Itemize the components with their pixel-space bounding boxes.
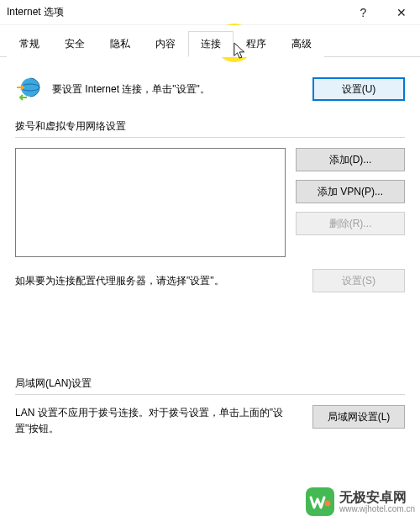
globe-icon bbox=[15, 76, 42, 103]
tab-security[interactable]: 安全 bbox=[52, 31, 97, 57]
dial-section-title: 拨号和虚拟专用网络设置 bbox=[15, 119, 405, 134]
proxy-instruction: 如果要为连接配置代理服务器，请选择"设置"。 bbox=[15, 274, 302, 288]
help-button[interactable]: ? bbox=[344, 0, 382, 25]
watermark-title: 无极安卓网 bbox=[339, 490, 415, 505]
setup-row: 要设置 Internet 连接，单击"设置"。 设置(U) bbox=[15, 76, 405, 103]
lan-section: 局域网(LAN)设置 LAN 设置不应用于拨号连接。对于拨号设置，单击上面的"设… bbox=[15, 376, 405, 437]
watermark: 无极安卓网 www.wjhotel.com.cn bbox=[306, 487, 415, 516]
svg-rect-2 bbox=[306, 487, 334, 516]
lan-description: LAN 设置不应用于拨号连接。对于拨号设置，单击上面的"设置"按钮。 bbox=[15, 405, 302, 437]
setup-instruction: 要设置 Internet 连接，单击"设置"。 bbox=[52, 82, 302, 97]
svg-point-3 bbox=[324, 501, 330, 507]
lan-settings-button[interactable]: 局域网设置(L) bbox=[312, 405, 405, 429]
dial-row: 添加(D)... 添加 VPN(P)... 删除(R)... bbox=[15, 148, 405, 257]
add-vpn-button[interactable]: 添加 VPN(P)... bbox=[296, 180, 405, 203]
tab-general[interactable]: 常规 bbox=[7, 31, 52, 57]
connections-listbox[interactable] bbox=[15, 148, 286, 257]
watermark-url: www.wjhotel.com.cn bbox=[339, 504, 415, 513]
title-bar: Internet 选项 ? ✕ bbox=[0, 0, 420, 25]
tab-connections[interactable]: 连接 bbox=[188, 31, 234, 57]
remove-button: 删除(R)... bbox=[296, 212, 405, 235]
lan-section-title: 局域网(LAN)设置 bbox=[15, 376, 405, 391]
tab-advanced[interactable]: 高级 bbox=[279, 31, 324, 57]
tab-bar: 常规 安全 隐私 内容 连接 程序 高级 bbox=[0, 25, 420, 57]
proxy-row: 如果要为连接配置代理服务器，请选择"设置"。 设置(S) bbox=[15, 269, 405, 292]
divider bbox=[15, 137, 405, 138]
divider-lan bbox=[15, 394, 405, 395]
window-title: Internet 选项 bbox=[7, 5, 344, 19]
content-area: 要设置 Internet 连接，单击"设置"。 设置(U) 拨号和虚拟专用网络设… bbox=[0, 57, 420, 447]
close-button[interactable]: ✕ bbox=[382, 0, 420, 25]
watermark-logo-icon bbox=[306, 487, 334, 516]
tab-programs[interactable]: 程序 bbox=[234, 31, 279, 57]
setup-button[interactable]: 设置(U) bbox=[312, 77, 405, 101]
dial-buttons: 添加(D)... 添加 VPN(P)... 删除(R)... bbox=[296, 148, 405, 257]
dial-settings-button: 设置(S) bbox=[312, 269, 405, 292]
add-button[interactable]: 添加(D)... bbox=[296, 148, 405, 171]
tab-privacy[interactable]: 隐私 bbox=[97, 31, 143, 57]
tab-content[interactable]: 内容 bbox=[143, 31, 188, 57]
lan-row: LAN 设置不应用于拨号连接。对于拨号设置，单击上面的"设置"按钮。 局域网设置… bbox=[15, 405, 405, 437]
